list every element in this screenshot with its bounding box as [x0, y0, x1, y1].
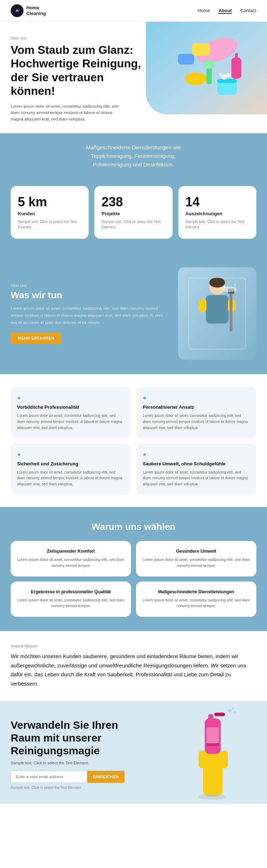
navbar: Home Cleaning Home About Contact [0, 0, 267, 22]
svg-point-0 [14, 7, 20, 14]
about-text: Lorem ipsum dolor sit amet, consetetur s… [11, 305, 169, 326]
svg-rect-21 [230, 289, 232, 331]
feature-title-3: Saubere Umwelt, ohne Schuldgefühle [143, 461, 250, 466]
feature-card-2: ● Sicherheit und Zusicherung Lorem ipsum… [11, 444, 131, 494]
stat-card-0: 5 km Kunden Sample text. Click to select… [11, 186, 89, 239]
about-title: Was wir tun [11, 290, 169, 301]
feature-bullet-3: ● [143, 451, 147, 458]
blue-banner: Maßgeschneiderte Dienstleistungen wie Te… [0, 133, 267, 179]
svg-rect-32 [208, 714, 213, 723]
svg-point-9 [185, 72, 206, 85]
hero-image [146, 22, 267, 114]
svg-point-37 [234, 711, 236, 713]
svg-rect-19 [199, 299, 206, 312]
cta-bottom-text: Sample text. Click to select the Text El… [11, 786, 146, 790]
svg-rect-5 [231, 57, 241, 79]
logo: Home Cleaning [11, 4, 46, 17]
svg-point-14 [219, 73, 222, 76]
stat-label-1: Projekte [101, 211, 165, 216]
why-card-title-3: Maßgeschneiderte Dienstleistungen [142, 589, 250, 594]
feature-card-3: ● Saubere Umwelt, ohne Schuldgefühle Lor… [136, 444, 256, 494]
email-input[interactable] [11, 771, 87, 783]
svg-rect-30 [221, 750, 228, 768]
svg-rect-29 [199, 750, 205, 768]
why-title: Warum uns wählen [11, 521, 256, 532]
cta-content: Verwandeln Sie Ihren Raum mit unserer Re… [11, 719, 146, 804]
stats-grid: 5 km Kunden Sample text. Click to select… [11, 186, 256, 239]
stat-number-1: 238 [101, 195, 165, 210]
why-card-title-1: Gesündere Umwelt [142, 549, 250, 554]
stat-desc-1: Sample text. Click to select the Text El… [101, 219, 165, 231]
feature-icon-1: ● [143, 394, 250, 402]
cta-image [160, 704, 267, 804]
feature-bullet-0: ● [17, 394, 21, 402]
mission-text: Wir möchten unseren Kunden sauberere, ge… [11, 652, 256, 688]
svg-rect-27 [203, 754, 222, 797]
hero-badge: Über uns [11, 36, 146, 40]
logo-svg [13, 7, 21, 15]
feature-bullet-1: ● [143, 394, 147, 402]
why-section: Warum uns wählen Zeitsparender Komfort L… [0, 507, 267, 631]
hero-content: Über uns Vom Staub zum Glanz: Hochwertig… [11, 36, 146, 123]
svg-point-25 [234, 284, 236, 286]
about-image [178, 267, 256, 360]
svg-point-35 [232, 707, 234, 709]
stat-card-2: 14 Auszeichnungen Sample text. Click to … [178, 186, 256, 239]
feature-text-1: Lorem ipsum dolor sit amet, consetetur s… [143, 413, 250, 430]
stat-desc-2: Sample text. Click to select the Text El… [185, 219, 249, 231]
svg-point-41 [198, 794, 227, 800]
feature-card-0: ● Vorbildliche Professionalität Lorem ip… [11, 387, 131, 438]
svg-point-34 [228, 709, 231, 712]
nav-about[interactable]: About [219, 8, 232, 14]
feature-title-0: Vorbildliche Professionalität [17, 404, 124, 410]
nav-contact[interactable]: Contact [240, 8, 256, 14]
feature-text-0: Lorem ipsum dolor sit amet, consetetur s… [17, 413, 124, 430]
feature-text-2: Lorem ipsum dolor sit amet, consetetur s… [17, 469, 124, 487]
svg-point-38 [230, 705, 232, 707]
feature-title-1: Personalisierter Ansatz [143, 404, 250, 410]
feature-icon-2: ● [17, 451, 124, 458]
hero-description: Lorem ipsum dolor sit amet, consetetur s… [11, 103, 125, 123]
about-content: Über uns Was wir tun Lorem ipsum dolor s… [11, 283, 169, 344]
svg-rect-33 [214, 713, 225, 716]
why-card-text-3: Lorem ipsum dolor sit amet, consetetur s… [142, 597, 250, 609]
feature-icon-3: ● [143, 451, 250, 458]
svg-point-13 [226, 73, 231, 77]
svg-rect-11 [217, 79, 237, 83]
why-card-1: Gesündere Umwelt Lorem ipsum dolor sit a… [136, 541, 256, 577]
svg-rect-18 [206, 295, 229, 324]
why-card-text-0: Lorem ipsum dolor sit amet, consetetur s… [17, 557, 125, 569]
why-card-2: Ergebnisse in professioneller Qualität L… [11, 582, 131, 617]
hero-illustration [146, 22, 267, 114]
mission-badge: Unsere Mission [11, 644, 256, 648]
cta-title: Verwandeln Sie Ihren Raum mit unserer Re… [11, 719, 146, 757]
nav-home[interactable]: Home [198, 8, 210, 14]
feature-icon-0: ● [17, 394, 124, 402]
about-section: Über uns Was wir tun Lorem ipsum dolor s… [0, 253, 267, 374]
submit-button[interactable]: EINREICHEN [87, 771, 125, 783]
why-card-title-2: Ergebnisse in professioneller Qualität [17, 589, 125, 594]
svg-rect-6 [235, 53, 238, 60]
why-card-3: Maßgeschneiderte Dienstleistungen Lorem … [136, 582, 256, 617]
svg-rect-3 [192, 43, 210, 56]
why-grid: Zeitsparender Komfort Lorem ipsum dolor … [11, 541, 256, 617]
logo-text: Home Cleaning [26, 5, 46, 16]
why-card-title-0: Zeitsparender Komfort [17, 549, 125, 554]
stat-card-1: 238 Projekte Sample text. Click to selec… [94, 186, 172, 239]
stat-number-0: 5 km [18, 195, 82, 210]
cta-illustration [160, 704, 267, 804]
nav-links: Home About Contact [198, 8, 256, 14]
features-section: ● Vorbildliche Professionalität Lorem ip… [0, 374, 267, 507]
cta-sample-text: Sample text. Click to select the Text El… [11, 761, 146, 765]
about-badge: Über uns [11, 283, 169, 288]
svg-point-24 [223, 285, 226, 288]
about-illustration [178, 267, 256, 360]
mehr-erfahren-button[interactable]: MEHR ERFAHREN [11, 332, 61, 344]
why-card-text-2: Lorem ipsum dolor sit amet, consetetur s… [17, 597, 125, 609]
svg-point-36 [225, 706, 229, 709]
svg-point-17 [209, 278, 225, 288]
stats-section: 5 km Kunden Sample text. Click to select… [0, 179, 267, 253]
stat-label-0: Kunden [18, 211, 82, 216]
svg-point-8 [203, 60, 215, 69]
feature-text-3: Lorem ipsum dolor sit amet, consetetur s… [143, 469, 250, 487]
